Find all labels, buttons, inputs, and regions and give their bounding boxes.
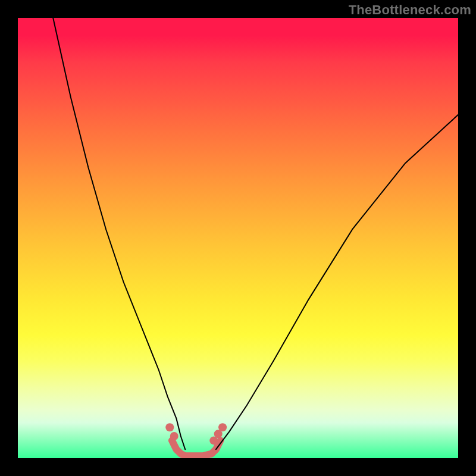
marker-dot [170,432,178,440]
watermark-text: TheBottleneck.com [349,2,471,18]
plot-area [18,18,458,458]
left-curve [53,18,185,449]
chart-svg [18,18,458,458]
marker-dot [218,423,227,431]
right-curve [216,115,458,449]
marker-dot [165,423,174,431]
chart-frame: TheBottleneck.com [0,0,476,476]
